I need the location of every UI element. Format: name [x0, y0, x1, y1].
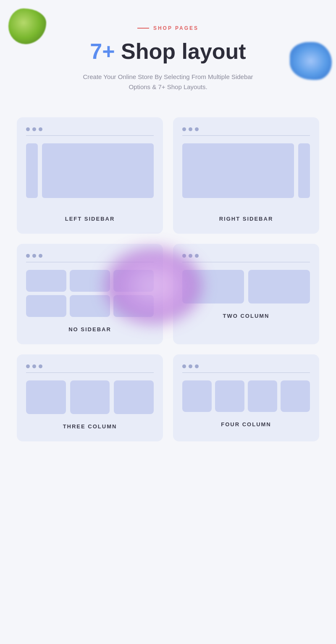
main-content-block: [182, 143, 294, 198]
dot-2: [189, 254, 192, 258]
card-label-three-column: THREE COLUMN: [26, 423, 154, 430]
purple-blob-decoration: [105, 248, 202, 324]
sidebar-narrow-block: [26, 143, 38, 198]
card-label-right-sidebar: RIGHT SIDEBAR: [182, 216, 310, 222]
dot-3: [195, 127, 199, 131]
dot-1: [26, 364, 30, 368]
left-sidebar-preview: [26, 143, 154, 206]
card-dots: [182, 364, 310, 368]
card-label-four-column: FOUR COLUMN: [182, 421, 310, 428]
grid-cell-2: [70, 270, 110, 292]
three-col-cell-3: [114, 380, 154, 414]
right-sidebar-preview: [182, 143, 310, 206]
dot-1: [182, 364, 186, 368]
section-label-text: SHOP PAGES: [153, 25, 199, 31]
dot-1: [26, 127, 30, 131]
main-title: 7+ Shop layout: [17, 40, 319, 63]
card-dots: [26, 127, 154, 131]
label-line: [137, 28, 149, 29]
left-sidebar-card[interactable]: LEFT SIDEBAR: [17, 117, 163, 234]
card-divider: [182, 262, 310, 262]
card-divider: [182, 135, 310, 136]
four-col-cell-4: [281, 380, 310, 412]
grid-cell-4: [26, 295, 66, 317]
three-col-cell-2: [70, 380, 110, 414]
title-number: 7+: [90, 39, 115, 63]
card-dots: [182, 127, 310, 131]
dot-3: [39, 127, 42, 131]
grid-cell-5: [70, 295, 110, 317]
card-divider: [26, 135, 154, 136]
grid-cell-1: [26, 270, 66, 292]
dot-3: [195, 364, 199, 368]
dot-2: [189, 364, 192, 368]
two-col-cell-2: [248, 270, 310, 304]
three-col-cell-1: [26, 380, 66, 414]
dot-3: [39, 254, 42, 258]
card-divider: [182, 372, 310, 373]
four-col-cell-3: [248, 380, 277, 412]
sidebar-main-block: [42, 143, 154, 198]
sidebar-narrow-block: [298, 143, 310, 198]
dot-2: [32, 364, 36, 368]
card-dots: [182, 254, 310, 258]
card-label-left-sidebar: LEFT SIDEBAR: [26, 216, 154, 222]
right-sidebar-card[interactable]: RIGHT SIDEBAR: [173, 117, 319, 234]
dot-1: [26, 254, 30, 258]
three-column-card[interactable]: THREE COLUMN: [17, 354, 163, 441]
dot-1: [182, 127, 186, 131]
section-label: SHOP PAGES: [17, 25, 319, 31]
four-col-grid: [182, 380, 310, 412]
three-column-preview: [26, 380, 154, 414]
subtitle: Create Your Online Store By Selecting Fr…: [80, 72, 256, 92]
card-divider: [26, 372, 154, 373]
dot-3: [39, 364, 42, 368]
card-label-two-column: TWO COLUMN: [182, 313, 310, 319]
dot-2: [32, 254, 36, 258]
four-col-cell-2: [215, 380, 244, 412]
title-text: Shop layout: [115, 39, 246, 63]
card-label-no-sidebar: NO SIDEBAR: [26, 326, 154, 333]
dot-3: [195, 254, 199, 258]
three-col-grid: [26, 380, 154, 414]
dot-2: [32, 127, 36, 131]
four-column-preview: [182, 380, 310, 412]
four-col-cell-1: [182, 380, 212, 412]
card-dots: [26, 364, 154, 368]
page-header: SHOP PAGES 7+ Shop layout Create Your On…: [0, 0, 336, 109]
dot-2: [189, 127, 192, 131]
four-column-card[interactable]: FOUR COLUMN: [173, 354, 319, 441]
